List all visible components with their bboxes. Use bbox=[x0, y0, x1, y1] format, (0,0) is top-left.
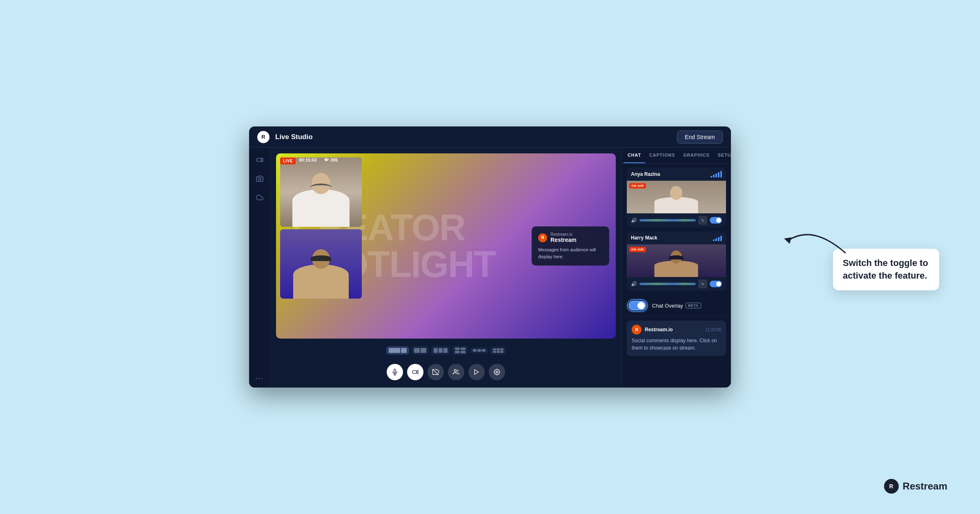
layout-btn-5[interactable] bbox=[470, 348, 488, 353]
toggle-knob-anya bbox=[716, 218, 721, 223]
beta-badge: BETA bbox=[686, 303, 701, 308]
streamer-card-harry-header: Harry Mack bbox=[627, 231, 726, 244]
chat-text: Social comments display here. Click on t… bbox=[632, 337, 721, 352]
overlay-heading: Restream bbox=[550, 237, 577, 243]
signal-bar bbox=[715, 173, 717, 177]
right-panel-tabs: CHAT CAPTIONS GRAPHICS SETUP bbox=[622, 148, 731, 164]
overlay-header: R Restream.io Restream bbox=[538, 232, 603, 243]
layout-btn-4[interactable] bbox=[452, 346, 468, 355]
overlay-message: Messages from audience will display here… bbox=[538, 246, 603, 260]
svg-rect-5 bbox=[412, 371, 416, 374]
pip-top-video bbox=[280, 157, 362, 227]
toggle-harry[interactable] bbox=[710, 281, 722, 287]
end-stream-button[interactable]: End Stream bbox=[677, 131, 723, 144]
chat-time: 11:22:00 bbox=[705, 328, 721, 332]
video-background: CREATOR SPOTLIGHT bbox=[276, 153, 616, 339]
callout-text: Switch the toggle to activate the featur… bbox=[843, 258, 928, 281]
chat-msg-header: R Restream.io 11:22:00 bbox=[632, 325, 721, 335]
tab-chat[interactable]: CHAT bbox=[624, 148, 645, 163]
signal-bar bbox=[720, 171, 722, 177]
overlay-site: Restream.io bbox=[550, 232, 577, 237]
toggle-knob-harry bbox=[716, 281, 721, 286]
settings-button[interactable] bbox=[489, 364, 505, 380]
mic-button[interactable] bbox=[387, 364, 403, 380]
sidebar: ··· bbox=[249, 148, 270, 388]
svg-rect-0 bbox=[256, 158, 261, 162]
chat-message-item[interactable]: R Restream.io 11:22:00 Social comments d… bbox=[627, 321, 726, 356]
overlay-logo: R bbox=[538, 233, 547, 242]
signal-bar bbox=[713, 175, 715, 177]
volume-icon-anya: 🔊 bbox=[631, 217, 637, 223]
layout-btn-3[interactable] bbox=[431, 346, 450, 354]
streamer-name-anya: Anya Razina bbox=[631, 171, 707, 177]
header: R Live Studio End Stream bbox=[249, 126, 731, 148]
signal-bars-harry bbox=[713, 235, 722, 241]
signal-bar bbox=[713, 239, 715, 241]
svg-marker-6 bbox=[416, 370, 418, 374]
signal-bar bbox=[720, 236, 722, 241]
sidebar-more[interactable]: ··· bbox=[256, 373, 264, 383]
edit-btn-harry[interactable]: ✎ bbox=[698, 279, 707, 288]
harry-video-preview: ON AIR bbox=[627, 244, 726, 277]
main-body: ··· CREATOR SPOTLIGHT bbox=[249, 148, 731, 388]
tab-captions[interactable]: CAPTIONS bbox=[645, 148, 679, 163]
streamer-name-harry: Harry Mack bbox=[631, 235, 710, 241]
right-panel: CHAT CAPTIONS GRAPHICS SETUP Anya Razina bbox=[621, 148, 731, 388]
screen-off-button[interactable] bbox=[428, 364, 444, 380]
chat-message-area: R Restream.io 11:22:00 Social comments d… bbox=[622, 317, 731, 363]
brand-logo-icon: R bbox=[884, 479, 899, 494]
restream-overlay-box: R Restream.io Restream Messages from aud… bbox=[532, 226, 609, 266]
app-window: R Live Studio End Stream bbox=[249, 126, 731, 388]
streamer-card-anya-header: Anya Razina bbox=[627, 168, 726, 181]
content-area: CREATOR SPOTLIGHT bbox=[270, 148, 621, 388]
svg-point-10 bbox=[496, 371, 498, 373]
layout-btn-2[interactable] bbox=[412, 346, 429, 354]
camera-button[interactable] bbox=[407, 364, 423, 380]
sidebar-icon-cloud[interactable] bbox=[252, 190, 267, 205]
signal-bar bbox=[710, 176, 712, 177]
app-title: Live Studio bbox=[275, 133, 677, 141]
chat-overlay-section: Chat Overlay BETA R Restream.io 11:22:00… bbox=[622, 295, 731, 363]
svg-marker-11 bbox=[784, 237, 791, 244]
svg-point-2 bbox=[258, 178, 261, 180]
brand-logo-name: Restream bbox=[903, 481, 947, 492]
streamer-panels: Anya Razina bbox=[622, 164, 731, 295]
callout-container: Switch the toggle to activate the featur… bbox=[833, 249, 939, 290]
participants-button[interactable] bbox=[448, 364, 464, 380]
pip-bottom-video bbox=[280, 229, 362, 299]
anya-video-preview: ON AIR bbox=[627, 181, 726, 213]
viewers-display: 👁 395 bbox=[324, 157, 338, 162]
tab-graphics[interactable]: GRAPHICS bbox=[679, 148, 713, 163]
signal-bars-anya bbox=[710, 171, 722, 177]
harry-card-actions: 🔊 ✎ bbox=[627, 277, 726, 291]
viewers-count: 395 bbox=[330, 157, 338, 162]
controls-bar bbox=[276, 362, 616, 382]
svg-point-8 bbox=[454, 370, 456, 372]
play-button[interactable] bbox=[468, 364, 485, 380]
chat-overlay-row: Chat Overlay BETA bbox=[622, 295, 731, 317]
sidebar-icon-camera[interactable] bbox=[252, 171, 267, 186]
tab-setup[interactable]: SETUP bbox=[714, 148, 731, 163]
streamer-card-anya: Anya Razina bbox=[627, 168, 726, 227]
sidebar-icon-video[interactable] bbox=[252, 153, 267, 167]
anya-card-actions: 🔊 ✎ bbox=[627, 213, 726, 227]
layout-btn-6[interactable] bbox=[490, 347, 506, 354]
streamer-card-harry: Harry Mack bbox=[627, 231, 726, 291]
eye-icon: 👁 bbox=[324, 157, 329, 162]
live-badge: LIVE bbox=[280, 157, 296, 164]
layout-btn-1[interactable] bbox=[386, 346, 409, 354]
edit-btn-anya[interactable]: ✎ bbox=[698, 216, 707, 225]
toggle-anya[interactable] bbox=[710, 217, 722, 224]
chat-overlay-toggle[interactable] bbox=[628, 301, 646, 310]
brand-logo: R Restream bbox=[884, 479, 947, 494]
layout-switcher bbox=[276, 343, 616, 357]
timer-display: 00:15:02 bbox=[299, 157, 317, 162]
chat-overlay-label: Chat Overlay bbox=[652, 303, 683, 309]
toggle-knob bbox=[637, 302, 645, 309]
harry-video-container: ON AIR 🔊 ✎ bbox=[627, 244, 726, 291]
svg-marker-1 bbox=[261, 158, 263, 162]
on-air-badge-anya: ON AIR bbox=[629, 183, 646, 188]
signal-bar bbox=[715, 238, 717, 241]
on-air-badge-harry: ON AIR bbox=[629, 247, 646, 252]
callout-arrow bbox=[772, 216, 853, 265]
